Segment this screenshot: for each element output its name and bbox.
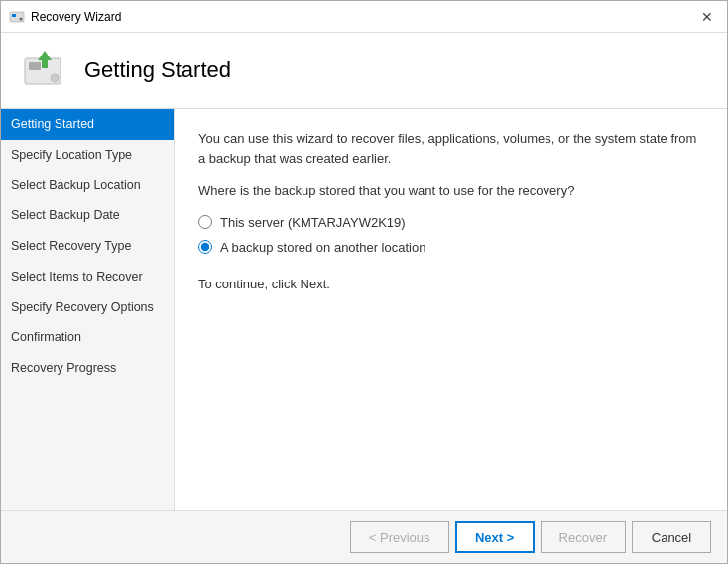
- main-content: You can use this wizard to recover files…: [175, 109, 727, 510]
- next-button[interactable]: Next >: [455, 521, 535, 553]
- svg-point-5: [51, 74, 59, 82]
- question-text: Where is the backup stored that you want…: [198, 181, 703, 201]
- svg-rect-1: [12, 14, 16, 17]
- radio-this-server[interactable]: This server (KMTARJAYW2K19): [198, 215, 703, 230]
- wizard-body: Getting Started Specify Location Type Se…: [1, 109, 727, 510]
- sidebar-item-specify-location-type[interactable]: Specify Location Type: [1, 140, 174, 170]
- wizard-header: Getting Started: [1, 33, 727, 109]
- radio-this-server-label: This server (KMTARJAYW2K19): [220, 215, 406, 230]
- radio-another-location-input[interactable]: [198, 240, 212, 254]
- continue-text: To continue, click Next.: [198, 275, 703, 294]
- svg-rect-0: [10, 12, 24, 22]
- radio-another-location[interactable]: A backup stored on another location: [198, 240, 703, 255]
- sidebar-item-select-recovery-type[interactable]: Select Recovery Type: [1, 231, 174, 262]
- recovery-wizard-window: Recovery Wizard ✕ Getting Started Gettin…: [0, 0, 728, 564]
- sidebar-item-getting-started[interactable]: Getting Started: [1, 109, 174, 140]
- sidebar-item-select-items-to-recover[interactable]: Select Items to Recover: [1, 262, 174, 292]
- svg-rect-4: [29, 62, 41, 70]
- radio-another-location-label: A backup stored on another location: [220, 240, 425, 255]
- sidebar-item-select-backup-date[interactable]: Select Backup Date: [1, 200, 174, 231]
- wizard-footer: < Previous Next > Recover Cancel: [1, 510, 727, 563]
- sidebar: Getting Started Specify Location Type Se…: [1, 109, 175, 510]
- sidebar-item-specify-recovery-options[interactable]: Specify Recovery Options: [1, 292, 174, 323]
- sidebar-item-confirmation[interactable]: Confirmation: [1, 322, 174, 353]
- description-text: You can use this wizard to recover files…: [198, 129, 703, 168]
- svg-point-2: [20, 17, 23, 20]
- wizard-icon: [21, 47, 68, 94]
- previous-button[interactable]: < Previous: [350, 521, 449, 553]
- recover-button[interactable]: Recover: [541, 521, 626, 553]
- header-title: Getting Started: [84, 57, 231, 83]
- sidebar-item-select-backup-location[interactable]: Select Backup Location: [1, 170, 174, 201]
- backup-location-options: This server (KMTARJAYW2K19) A backup sto…: [198, 215, 703, 255]
- app-icon: [9, 9, 25, 25]
- radio-this-server-input[interactable]: [198, 215, 212, 229]
- window-title: Recovery Wizard: [31, 10, 121, 24]
- close-button[interactable]: ✕: [695, 5, 719, 29]
- title-bar-left: Recovery Wizard: [9, 9, 121, 25]
- sidebar-item-recovery-progress[interactable]: Recovery Progress: [1, 353, 174, 384]
- title-bar: Recovery Wizard ✕: [1, 1, 727, 33]
- cancel-button[interactable]: Cancel: [632, 521, 711, 553]
